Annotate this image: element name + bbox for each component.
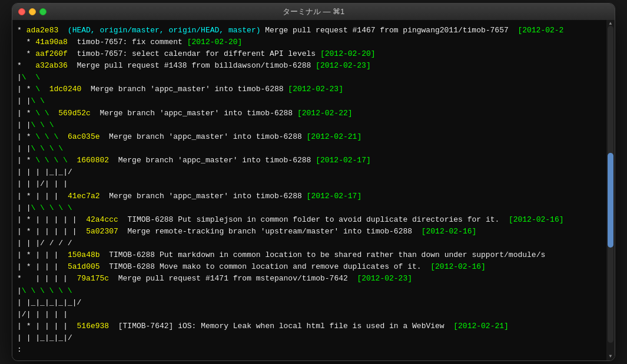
terminal-output: * ada2e83 (HEAD, origin/master, origin/H…	[17, 25, 615, 356]
minimize-button[interactable]	[29, 8, 36, 15]
scrollbar-track	[608, 26, 613, 343]
scrollbar-down-arrow[interactable]: ▼	[608, 352, 613, 360]
scrollbar[interactable]: ▲ ▼	[606, 20, 615, 361]
maximize-button[interactable]	[39, 8, 47, 15]
terminal-window: ターミナル — ⌘1 * ada2e83 (HEAD, origin/maste…	[12, 3, 615, 362]
close-button[interactable]	[18, 8, 25, 15]
window-title: ターミナル — ⌘1	[283, 6, 344, 17]
traffic-lights[interactable]	[18, 8, 47, 15]
titlebar: ターミナル — ⌘1	[12, 4, 615, 20]
terminal-body[interactable]: * ada2e83 (HEAD, origin/master, origin/H…	[12, 20, 615, 361]
scrollbar-thumb[interactable]	[608, 153, 613, 248]
